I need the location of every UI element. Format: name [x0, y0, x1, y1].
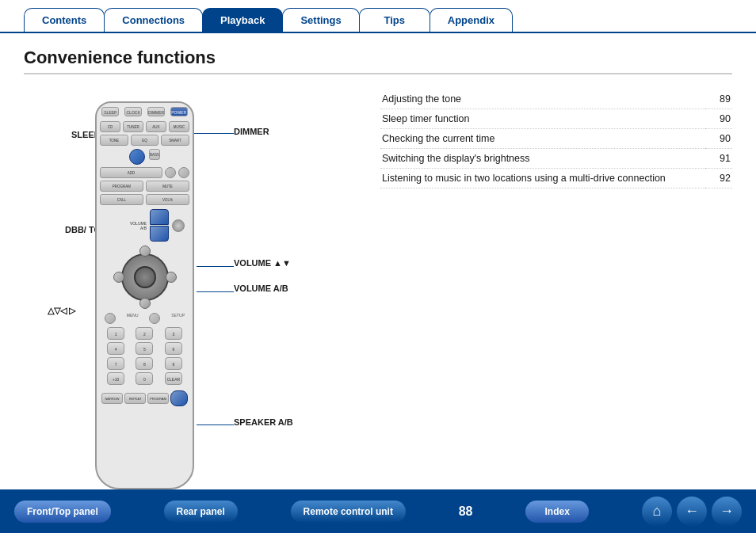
sleep-btn[interactable]: SLEEP — [101, 107, 119, 116]
cd-btn[interactable]: CD — [100, 121, 120, 132]
toc-label-2: Sleep timer function — [380, 109, 705, 129]
music-btn[interactable]: MUSIC — [169, 121, 189, 132]
tone-btn[interactable]: TONE — [100, 135, 128, 146]
dpad-down[interactable] — [139, 298, 151, 309]
num-1[interactable]: 1 — [107, 327, 124, 340]
num-3[interactable]: 3 — [165, 327, 182, 340]
call-btn[interactable]: CALL — [100, 194, 143, 205]
num-6[interactable]: 6 — [165, 342, 182, 355]
volume-up-btn[interactable] — [150, 209, 169, 225]
remote-body: SLEEP CLOCK DIMMER POWER CD TUNER AUX MU… — [95, 101, 194, 489]
toc-row-2: Sleep timer function 90 — [380, 109, 732, 129]
num-0[interactable]: 0 — [136, 372, 153, 385]
toc-page-1: 89 — [705, 89, 732, 109]
label-dpad-arrows: △▽◁ ▷ — [48, 306, 75, 316]
setup-btn[interactable] — [149, 313, 160, 324]
clock-btn[interactable]: CLOCK — [124, 107, 142, 116]
num-plus10[interactable]: +10 — [107, 372, 124, 385]
volume-control[interactable] — [150, 209, 169, 242]
num-8[interactable]: 8 — [136, 357, 153, 370]
toc-page-4: 91 — [705, 149, 732, 169]
speaker-ab-btn[interactable] — [170, 390, 188, 406]
toc-label-1: Adjusting the tone — [380, 89, 705, 109]
fn-btn[interactable] — [165, 167, 176, 178]
back-button[interactable]: ← — [677, 497, 707, 527]
dpad-right[interactable] — [166, 272, 177, 283]
num-9[interactable]: 9 — [165, 357, 182, 370]
tab-settings[interactable]: Settings — [282, 8, 359, 32]
fn2-btn[interactable] — [178, 167, 189, 178]
vol-ab-btn[interactable] — [172, 219, 185, 232]
program-btn[interactable]: PROGRAM — [100, 181, 143, 192]
narrow-btn[interactable]: NARROW — [101, 393, 123, 404]
page-title: Convenience functions — [24, 48, 732, 74]
toc-label-4: Switching the display's brightness — [380, 149, 705, 169]
tab-playback[interactable]: Playback — [202, 8, 283, 32]
home-button[interactable]: ⌂ — [642, 497, 672, 527]
tab-contents[interactable]: Contents — [24, 8, 105, 32]
tab-tips[interactable]: Tips — [359, 8, 430, 32]
num-5[interactable]: 5 — [136, 342, 153, 355]
toc-area: Adjusting the tone 89 Sleep timer functi… — [380, 86, 732, 482]
mute-btn[interactable]: MUTE — [146, 181, 189, 192]
toc-row-4: Switching the display's brightness 91 — [380, 149, 732, 169]
nav-tabs: Contents Connections Playback Settings T… — [0, 0, 756, 33]
tab-connections[interactable]: Connections — [104, 8, 203, 32]
index-button[interactable]: Index — [525, 501, 589, 523]
dbb-btn[interactable] — [129, 149, 145, 165]
dpad-left[interactable] — [113, 272, 124, 283]
eq-btn[interactable]: EQ — [131, 135, 159, 146]
dimmer-btn[interactable]: DIMMER — [147, 107, 165, 116]
rear-panel-button[interactable]: Rear panel — [164, 501, 238, 523]
num-7[interactable]: 7 — [107, 357, 124, 370]
power-btn[interactable]: POWER — [170, 107, 188, 116]
toc-page-2: 90 — [705, 109, 732, 129]
toc-table: Adjusting the tone 89 Sleep timer functi… — [380, 89, 732, 188]
numpad: 1 2 3 4 5 6 7 8 9 +10 — [101, 327, 188, 385]
toc-row-3: Checking the current time 90 — [380, 129, 732, 149]
label-dimmer: DIMMER — [234, 127, 269, 136]
toc-page-3: 90 — [705, 129, 732, 149]
menu-btn[interactable] — [105, 313, 116, 324]
main-content: Convenience functions SLEEP CLOCK DIMMER… — [0, 33, 756, 482]
add-btn[interactable]: ADD — [100, 167, 162, 178]
dpad[interactable] — [117, 249, 173, 305]
nav-icons: ⌂ ← → — [642, 497, 742, 527]
bottom-nav: Front/Top panel Rear panel Remote contro… — [0, 489, 756, 533]
smart-btn[interactable]: SMART — [161, 135, 189, 146]
dpad-enter[interactable] — [134, 266, 156, 288]
repeat-btn[interactable]: REPEAT — [124, 393, 146, 404]
volume-down-btn[interactable] — [150, 226, 169, 242]
label-speaker-ab: SPEAKER A/B — [234, 417, 293, 428]
clear-btn[interactable]: CLEAR — [165, 372, 182, 385]
program2-btn[interactable]: PROGRAM — [147, 393, 169, 404]
page-number: 88 — [459, 504, 473, 519]
vol-pct-btn[interactable]: VOL% — [146, 194, 189, 205]
front-top-panel-button[interactable]: Front/Top panel — [14, 501, 111, 523]
forward-button[interactable]: → — [712, 497, 742, 527]
aux-btn[interactable]: AUX — [146, 121, 166, 132]
tuner-btn[interactable]: TUNER — [123, 121, 143, 132]
num-2[interactable]: 2 — [136, 327, 153, 340]
label-volume-arrows: VOLUME ▲▼ — [234, 258, 291, 268]
toc-page-5: 92 — [705, 169, 732, 188]
remote-bottom: NARROW REPEAT PROGRAM — [97, 388, 193, 409]
remote-unit-button[interactable]: Remote control unit — [291, 501, 406, 523]
bass-btn[interactable]: BASS — [149, 149, 160, 160]
toc-label-3: Checking the current time — [380, 129, 705, 149]
toc-label-5: Listening to music in two locations usin… — [380, 169, 705, 188]
dpad-up[interactable] — [139, 246, 151, 257]
tab-appendix[interactable]: Appendix — [430, 8, 513, 32]
remote-area: SLEEP CLOCK DIMMER DBB/ TONE VOLUME ▲▼ V… — [24, 86, 365, 482]
toc-row-5: Listening to music in two locations usin… — [380, 169, 732, 188]
label-volume-ab: VOLUME A/B — [234, 284, 288, 293]
toc-row-1: Adjusting the tone 89 — [380, 89, 732, 109]
num-4[interactable]: 4 — [107, 342, 124, 355]
content-area: SLEEP CLOCK DIMMER DBB/ TONE VOLUME ▲▼ V… — [24, 86, 732, 482]
